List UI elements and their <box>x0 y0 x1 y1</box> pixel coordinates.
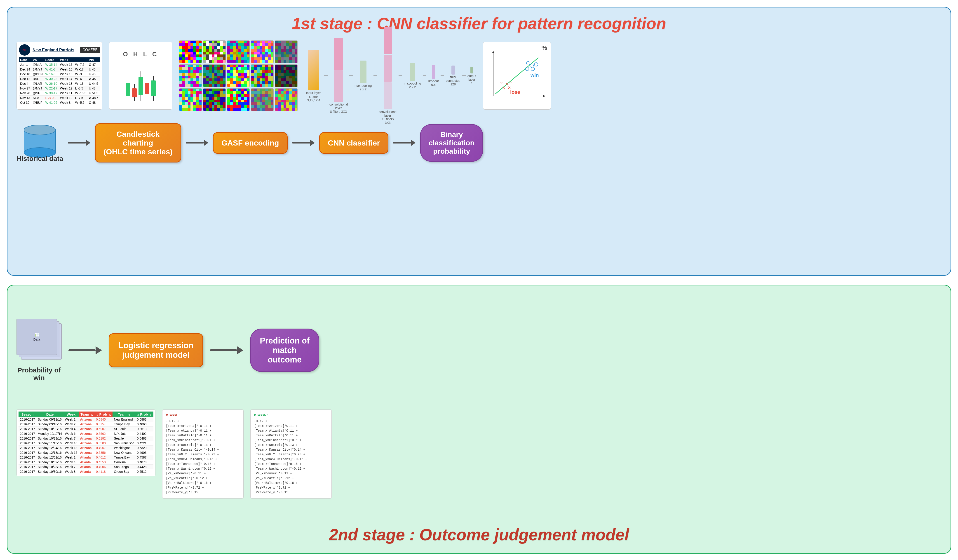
data-table-cell: 2016-2017 <box>19 436 36 441</box>
cylinder-svg <box>22 123 58 159</box>
nfl-table-cell: Week 11 <box>59 91 74 95</box>
svg-point-12 <box>527 62 530 65</box>
cnn-pool1-layer: max-pooling2 x 2 <box>355 60 372 91</box>
data-table-row: 2016-2017Sunday 10/02/16Week 4Atlanta0.4… <box>19 460 154 465</box>
data-table-cell: 2016-2017 <box>19 450 36 455</box>
data-table-cell: Sunday 12/18/16 <box>36 450 63 455</box>
nfl-table-cell: @NYJ <box>32 86 44 91</box>
data-table-cell: Arizona <box>79 446 95 450</box>
cnn-output-block <box>470 67 473 73</box>
nfl-table-cell: W 30-23 <box>44 77 59 81</box>
arrow-1 <box>68 140 90 146</box>
classification-chart: % × × × × × <box>483 42 551 109</box>
data-table-cell: San Francisco <box>113 441 135 446</box>
cnn-classifier-box: CNN classifier <box>319 132 389 154</box>
nfl-table-cell: W -5.5 <box>74 100 88 105</box>
regression-data-table: Season Date Week Team_x # Prob_x Team_y … <box>16 409 155 476</box>
logistic-regression-box: Logistic regression judgement model <box>109 333 203 367</box>
nfl-table-cell: @DEN <box>32 72 44 77</box>
patriots-logo-icon: NE <box>19 44 30 56</box>
data-table-cell: 2016-2017 <box>19 469 36 474</box>
data-table-cell: Week 1 <box>63 455 79 460</box>
arrow-4 <box>393 140 416 146</box>
nfl-table-cell: @LAR <box>32 81 44 86</box>
gasf-cell <box>227 40 250 63</box>
gasf-cell <box>203 88 226 111</box>
data-table-row: 2016-2017Sunday 09/11/16Week 1Arizona0.5… <box>19 417 154 422</box>
data-table-cell: Sunday 12/01/16 <box>36 455 63 460</box>
formula-l-content: -0.12 + [Team_x=Arizona]*-0.11 + [Team_x… <box>166 419 240 495</box>
cnn-pool2-layer: max-pooling2 x 2 <box>404 63 421 89</box>
nfl-table-cell: Ø 48.5 <box>88 95 100 100</box>
candlestick-visual <box>126 60 156 101</box>
data-table-cell: 2016-2017 <box>19 460 36 465</box>
data-table-cell: Week 15 <box>63 450 79 455</box>
data-table-cell: 0.3513 <box>136 427 154 431</box>
data-table-cell: Sunday 10/23/16 <box>36 465 63 469</box>
gasf-cell <box>227 88 250 111</box>
cnn-conv2-label: convolutionallayer16 filters 3X3 <box>379 110 397 125</box>
data-table-row: 2016-2017Sunday 10/30/16Week 8Atlanta0.4… <box>19 469 154 474</box>
data-table-cell: 2016-2017 <box>19 422 36 427</box>
nfl-table-cell: Dec 4 <box>19 81 32 86</box>
nfl-table-cell: Jan 1 <box>19 62 32 67</box>
stage1-visuals: NE New England Patriots COAEBE DateVSSco… <box>16 37 942 114</box>
nfl-table-cell: Ø 45 <box>88 77 100 81</box>
cnn-connector-2 <box>349 76 353 76</box>
nfl-table-cell: W 16-3 <box>44 72 59 77</box>
data-table-cell: Sunday 10/30/16 <box>36 469 63 474</box>
data-table-cell: Sunday 09/11/16 <box>36 417 63 422</box>
data-table-row: 2016-2017Sunday 12/18/16Week 15Arizona0.… <box>19 450 154 455</box>
candle-2 <box>132 84 137 101</box>
cnn-dropout-label: dropout0.5 <box>428 79 439 87</box>
data-table-cell: Green Bay <box>113 469 135 474</box>
candle-5 <box>151 76 156 101</box>
ohlc-label: O H L C <box>123 51 159 58</box>
data-table-cell: Washington <box>113 446 135 450</box>
svg-marker-3 <box>492 51 494 53</box>
data-table-cell: Arizona <box>79 431 95 436</box>
nfl-data-table: DateVSScoreWeekPts Jan 1@MIAW 35-14Week … <box>19 57 100 105</box>
gasf-cell <box>179 40 202 63</box>
cnn-dropout-layer: dropout0.5 <box>428 65 439 87</box>
nfl-table-cell: Nov 13 <box>19 95 32 100</box>
data-table-cell: 0.5580 <box>95 441 113 446</box>
prediction-outcome-label: Prediction of match outcome <box>260 336 309 365</box>
nfl-table-cell: Week 14 <box>59 77 74 81</box>
team-name-text: New England Patriots <box>33 48 75 52</box>
prob-win-label: Probability of win <box>17 366 61 382</box>
data-table-cell: Week 13 <box>63 446 79 450</box>
stage1-flowchart: Historical data Candlestick charting (OH… <box>16 123 942 162</box>
data-table-cell: New Orleans <box>113 450 135 455</box>
nfl-table-cell: Week 17 <box>59 62 74 67</box>
candle-1 <box>126 76 130 101</box>
scatter-plot-svg: × × × × × lose win <box>489 51 545 101</box>
data-table-cell: 0.4553 <box>95 460 113 465</box>
cnn-fc-layer: fullyconnected128 <box>446 65 460 86</box>
nfl-table-cell: Dec 18 <box>19 72 32 77</box>
gasf-encoding-label: GASF encoding <box>221 138 279 148</box>
percent-sign: % <box>542 44 547 52</box>
gasf-cell <box>179 88 202 111</box>
nfl-table-cell: Nov 27 <box>19 86 32 91</box>
data-table-cell: Seattle <box>113 436 135 441</box>
logistic-regression-label: Logistic regression judgement model <box>118 341 194 360</box>
candle-3 <box>138 71 143 101</box>
cnn-classifier-label: CNN classifier <box>328 138 380 148</box>
data-table-cell: Sunday 10/02/16 <box>36 460 63 465</box>
data-table-cell: Week 6 <box>63 431 79 436</box>
data-table-row: 2016-2017Sunday 10/23/16Week 7Arizona0.6… <box>19 436 154 441</box>
ohlc-chart: O H L C <box>109 42 172 109</box>
data-table-cell: 2016-2017 <box>19 465 36 469</box>
formula-w-content: -0.12 + [Team_x=Arizona]*0.11 + [Team_x=… <box>254 419 328 495</box>
data-table-cell: Atlanta <box>79 469 95 474</box>
nfl-table-cell: U 45 <box>88 67 100 72</box>
data-table-cell: 0.6182 <box>95 436 113 441</box>
cnn-connector-1 <box>324 76 328 76</box>
stage2-arrow-1 <box>68 346 102 354</box>
nfl-table-header: NE New England Patriots COAEBE <box>19 44 100 56</box>
nfl-table-cell: Week 10 <box>59 95 74 100</box>
nfl-table-cell: U 48 <box>88 86 100 91</box>
binary-classification-label: Binary classification probability <box>428 130 474 155</box>
data-table-cell: Arizona <box>79 436 95 441</box>
